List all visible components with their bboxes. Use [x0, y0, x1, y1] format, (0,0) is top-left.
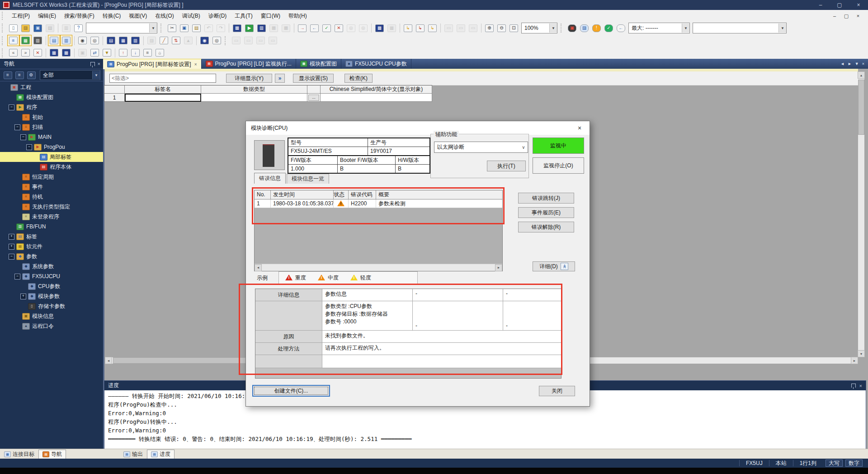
nav-item-fixed-scan[interactable]: ≡ 恒定周期: [0, 172, 103, 182]
layout1-icon[interactable]: ▭: [230, 35, 242, 46]
scroll-left-icon[interactable]: ◄: [255, 264, 262, 271]
nav-item-parameter[interactable]: − ◆ 参数: [0, 251, 103, 261]
grid-corner-cell[interactable]: [104, 85, 125, 94]
menu-item[interactable]: 在线(O): [151, 11, 178, 21]
label-editor-icon[interactable]: ▤: [48, 35, 60, 46]
tab-scroll-right-icon[interactable]: ►: [848, 62, 852, 66]
nav-item-local-label[interactable]: ▤ 局部标签: [0, 152, 103, 162]
error-header-no[interactable]: No.: [255, 190, 271, 199]
nav-item-no-execution-type[interactable]: ≡ 无执行类型指定: [0, 202, 103, 212]
delete-block-icon[interactable]: ✕: [32, 47, 44, 58]
nav-item-progpou[interactable]: − ▶ ProgPou: [0, 142, 103, 152]
nav-item-module-parameter[interactable]: + ◆ 模块参数: [0, 291, 103, 301]
tree-expander-icon[interactable]: −: [9, 254, 14, 260]
step-resume-icon[interactable]: ↳: [426, 23, 439, 34]
dialog-close-button[interactable]: 关闭: [539, 386, 575, 396]
close-button[interactable]: ×: [849, 0, 868, 10]
settings-gear-icon[interactable]: ⚙: [25, 70, 37, 81]
run-mode-icon[interactable]: ▲: [182, 35, 194, 46]
sort-desc-icon[interactable]: ↓: [129, 47, 142, 58]
device-buffer-icon[interactable]: ▩: [268, 23, 280, 34]
docking-help-icon[interactable]: ▨: [146, 35, 158, 46]
grid-header-label-name[interactable]: 标签名: [125, 85, 201, 94]
layout4-icon[interactable]: ▭: [267, 35, 279, 46]
edit-mode-icon[interactable]: ╱: [158, 35, 170, 46]
nav-item-module-configuration[interactable]: ▦ 模块配置图: [0, 92, 103, 102]
chevron-down-icon[interactable]: ▼: [549, 24, 557, 33]
ok-return-icon[interactable]: ←: [615, 23, 627, 34]
create-file-button[interactable]: 创建文件(C)...: [252, 385, 330, 397]
menu-item[interactable]: 工程(P): [8, 11, 34, 21]
detail-display-button[interactable]: 详细显示(Y): [226, 74, 272, 83]
monitor-search2-icon[interactable]: ◎: [357, 23, 369, 34]
grid-header-mini[interactable]: [307, 85, 321, 94]
sort-asc-icon[interactable]: ↑: [117, 47, 129, 58]
error-header-summary[interactable]: 概要: [376, 190, 502, 199]
scrollbar-thumb[interactable]: [858, 80, 864, 135]
child-minimize-button[interactable]: –: [829, 12, 840, 20]
pin-icon[interactable]: [851, 384, 856, 388]
nav-item-main[interactable]: − ▶ MAIN: [0, 132, 103, 142]
watch-window-icon[interactable]: ▦: [373, 23, 386, 34]
dialog-close-icon[interactable]: ×: [570, 122, 590, 135]
tab-connection-destination[interactable]: ▦ 连接目标: [0, 450, 38, 459]
search-zoom-icon[interactable]: ◎: [211, 35, 223, 46]
menu-item[interactable]: 窗口(W): [257, 11, 284, 21]
scroll-right-icon[interactable]: ►: [495, 264, 502, 271]
tree-expander-icon[interactable]: +: [20, 294, 26, 299]
comment-cell[interactable]: [321, 94, 432, 102]
expand-button[interactable]: »: [275, 74, 285, 83]
paste-icon[interactable]: ▤: [190, 23, 203, 34]
chevron-down-icon[interactable]: ▼: [778, 24, 786, 33]
scroll-down-icon[interactable]: ▼: [858, 350, 865, 357]
shift-right-icon[interactable]: »: [19, 47, 32, 58]
nav-item-cpu-parameter[interactable]: ◆ CPU参数: [0, 281, 103, 291]
nav-item-project[interactable]: ▣ 工程: [0, 82, 103, 92]
zoom-out-icon[interactable]: ⊖: [495, 23, 508, 34]
list-options-icon[interactable]: ≡: [142, 47, 154, 58]
error-row-1[interactable]: 1 1980-03-18 01:05:38.037 ! H2200 参数未检测: [255, 199, 502, 208]
menu-item[interactable]: 调试(B): [178, 11, 204, 21]
tree-expander-icon[interactable]: −: [26, 144, 32, 150]
shift-left-icon[interactable]: «: [7, 47, 19, 58]
step-run-icon[interactable]: ↳: [402, 23, 414, 34]
tab-output[interactable]: ▤ 输出: [119, 450, 147, 459]
menu-item[interactable]: 搜索/替换(F): [60, 11, 99, 21]
nav-item-fx5ujcpu[interactable]: − ◆ FX5UJCPU: [0, 271, 103, 281]
find-icon[interactable]: ◉: [76, 35, 89, 46]
toolbar-combobox-1[interactable]: ▼: [86, 23, 157, 33]
monitoring-status-button[interactable]: 监视中: [533, 137, 584, 154]
tab-progress[interactable]: ▤ 进度: [147, 450, 175, 459]
tab-navigation[interactable]: ▤ 导航: [38, 450, 66, 459]
data-type-browse-cell[interactable]: ...: [307, 94, 321, 102]
watchdog-max-combobox[interactable]: 最大: ------- ▼: [628, 23, 690, 33]
tab-list-icon[interactable]: ▼: [855, 62, 859, 66]
tree-expander-icon[interactable]: −: [9, 104, 14, 110]
auxiliary-function-combobox[interactable]: 以太网诊断 ∨: [434, 142, 528, 153]
home-icon[interactable]: ⌂: [154, 47, 166, 58]
find-replace-icon[interactable]: ◎: [89, 35, 101, 46]
nav-item-label[interactable]: + ▤ 标签: [0, 232, 103, 242]
device-init-icon[interactable]: ▥: [129, 35, 142, 46]
tree-collapse-icon[interactable]: ≡: [14, 70, 25, 81]
remote-operation-icon[interactable]: ✕: [333, 23, 345, 34]
nav-item-initial[interactable]: ≡ 初始: [0, 112, 103, 122]
nav-item-scan[interactable]: − ≡ 扫描: [0, 122, 103, 132]
row-number-cell[interactable]: 1: [104, 94, 125, 102]
tab-progpou-ld-monitor[interactable]: ▤ ProgPou [PRG] [LD] 监视执行...: [202, 59, 296, 69]
tree-expand-icon[interactable]: ≡: [2, 70, 14, 81]
close-panel-icon[interactable]: ×: [859, 383, 862, 389]
monitor-search-icon[interactable]: ◎: [345, 23, 357, 34]
revert-icon[interactable]: ▥: [60, 23, 72, 34]
monitor-stop-button[interactable]: 监视停止(O): [533, 157, 584, 174]
tab-progpou-local-label[interactable]: ▤ ProgPou [PRG] [局部标签设置] ×: [103, 59, 202, 69]
tree-expander-icon[interactable]: −: [14, 124, 20, 130]
window-tile-icon[interactable]: ▭: [455, 23, 467, 34]
check-ok-icon[interactable]: ✓: [603, 23, 615, 34]
nav-item-system-parameter[interactable]: ◆ 系统参数: [0, 261, 103, 271]
tab-close-all-icon[interactable]: ×: [862, 62, 864, 66]
fb-register-icon[interactable]: ▦: [48, 47, 60, 58]
io-monitor-icon[interactable]: ⇅: [170, 35, 182, 46]
tab-scroll-left-icon[interactable]: ◄: [840, 62, 844, 66]
scrollbar-thumb[interactable]: [113, 357, 250, 364]
